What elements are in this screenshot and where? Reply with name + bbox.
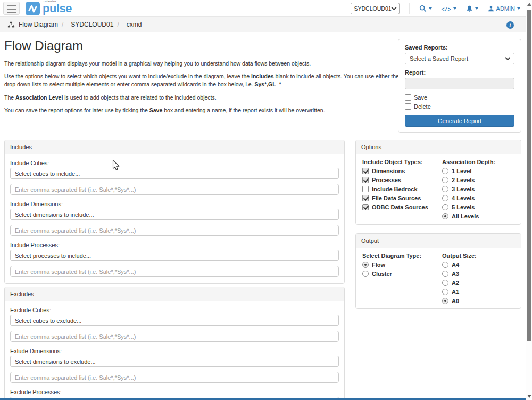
radio-a1[interactable]: A1 (442, 289, 514, 295)
hamburger-menu-button[interactable] (3, 2, 20, 15)
checkbox[interactable] (362, 168, 369, 174)
info-icon[interactable] (506, 21, 514, 29)
scrollbar-thumb[interactable] (527, 10, 531, 341)
include-cubes-select[interactable]: Select cubes to include... (10, 168, 339, 179)
breadcrumb: Flow Diagram / SYDCLOUD01 / cxmd (0, 17, 526, 32)
delete-checkbox[interactable] (405, 103, 411, 110)
exclude-dimensions-wildcard-input[interactable] (10, 372, 339, 383)
radio-5-levels[interactable]: 5 Levels (442, 204, 514, 210)
checkbox-file-data-sources[interactable]: File Data Sources (362, 195, 442, 201)
radio-flow[interactable]: Flow (362, 262, 442, 268)
exclude-cubes-wildcard-input[interactable] (10, 331, 339, 342)
radio-4-levels[interactable]: 4 Levels (442, 195, 514, 201)
excludes-panel: Excludes Exclude Cubes: Select cubes to … (4, 287, 345, 400)
radio[interactable] (442, 177, 448, 183)
admin-username: ADMIN (496, 5, 515, 12)
vertical-scrollbar[interactable] (526, 0, 532, 400)
include-dimensions-wildcard-input[interactable] (10, 225, 339, 236)
search-icon (419, 5, 427, 12)
radio[interactable] (362, 271, 369, 277)
radio[interactable] (442, 195, 448, 201)
radio[interactable] (442, 186, 448, 192)
save-checkbox[interactable] (405, 94, 411, 101)
radio-all-levels[interactable]: All Levels (442, 213, 514, 219)
breadcrumb-item-instance[interactable]: cxmd (127, 21, 142, 28)
exclude-cubes-select[interactable]: Select cubes to exclude... (10, 315, 339, 326)
sitemap-icon (7, 21, 15, 28)
caret-down-icon (453, 7, 456, 10)
include-dimensions-group: Include Dimensions: Select dimensions to… (10, 201, 339, 236)
saved-reports-label: Saved Reports: (405, 44, 514, 51)
include-cubes-wildcard-input[interactable] (10, 184, 339, 195)
breadcrumb-separator: / (62, 21, 63, 28)
page-title: Flow Diagram (4, 38, 401, 53)
exclude-dimensions-label: Exlude Dimensions: (10, 348, 339, 354)
exclude-dimensions-select[interactable]: Select dimensions to exclude... (10, 356, 339, 367)
radio[interactable] (362, 262, 369, 268)
radio[interactable] (442, 280, 448, 286)
top-header-bar: cubewise pulse SYDCLOUD01 (0, 0, 526, 17)
association-depth-label: Association Depth: (442, 159, 514, 165)
excludes-panel-title: Excludes (5, 287, 344, 301)
exclude-dimensions-group: Exlude Dimensions: Select dimensions to … (10, 348, 339, 383)
search-dropdown[interactable] (419, 5, 432, 12)
notifications-dropdown[interactable] (466, 5, 478, 12)
checkbox[interactable] (362, 204, 369, 210)
radio[interactable] (442, 204, 448, 210)
scrollbar-up-arrow-icon[interactable] (527, 3, 531, 6)
checkbox[interactable] (362, 195, 369, 201)
radio[interactable] (442, 213, 448, 219)
save-checkbox-row[interactable]: Save (405, 94, 514, 101)
include-processes-select[interactable]: Select processes to include... (10, 250, 339, 261)
server-select[interactable]: SYDCLOUD01 (351, 3, 400, 14)
save-checkbox-label: Save (414, 94, 427, 101)
delete-checkbox-row[interactable]: Delete (405, 103, 514, 110)
code-icon (442, 4, 451, 13)
code-dropdown[interactable] (442, 4, 456, 13)
top-navigation: SYDCLOUD01 (351, 0, 520, 17)
include-processes-wildcard-input[interactable] (10, 266, 339, 277)
radio[interactable] (442, 289, 448, 295)
checkbox-dimensions[interactable]: Dimensions (362, 168, 442, 174)
radio-a3[interactable]: A3 (442, 271, 514, 277)
radio-2-levels[interactable]: 2 Levels (442, 177, 514, 183)
checkbox[interactable] (362, 177, 369, 183)
generate-report-button[interactable]: Generate Report (405, 115, 514, 127)
include-object-types-column: Include Object Types: Dimensions Process… (362, 159, 442, 222)
radio[interactable] (442, 298, 448, 304)
saved-report-select[interactable]: Select a Saved Report (405, 53, 514, 64)
breadcrumb-item-flow-diagram[interactable]: Flow Diagram (19, 21, 58, 28)
intro-paragraph-4: You can save the report options for late… (4, 107, 401, 115)
intro-paragraph-2: Use the options below to select which ob… (4, 72, 401, 88)
radio-1-level[interactable]: 1 Level (442, 168, 514, 174)
radio[interactable] (442, 271, 448, 277)
breadcrumb-separator: / (117, 21, 119, 28)
radio[interactable] (442, 262, 448, 268)
brand-logo[interactable]: cubewise pulse (26, 1, 72, 16)
checkbox-processes[interactable]: Processes (362, 177, 442, 183)
radio-3-levels[interactable]: 3 Levels (442, 186, 514, 192)
output-size-label: Output Size: (442, 252, 514, 259)
association-depth-column: Association Depth: 1 Level 2 Levels 3 Le… (442, 159, 514, 222)
user-dropdown[interactable]: ADMIN (488, 5, 520, 12)
radio[interactable] (442, 168, 448, 174)
radio-a0[interactable]: A0 (442, 298, 514, 304)
include-dimensions-select[interactable]: Select dimensions to include... (10, 209, 339, 220)
radio-a2[interactable]: A2 (442, 280, 514, 286)
radio-cluster[interactable]: Cluster (362, 271, 442, 277)
checkbox-odbc-data-sources[interactable]: ODBC Data Sources (362, 204, 442, 210)
report-name-input[interactable] (405, 78, 514, 89)
checkbox-include-bedrock[interactable]: Include Bedrock (362, 186, 442, 192)
bell-icon (466, 5, 473, 12)
breadcrumb-item-server[interactable]: SYDCLOUD01 (71, 21, 113, 28)
server-select-value: SYDCLOUD01 (354, 5, 392, 12)
radio-a4[interactable]: A4 (442, 262, 514, 268)
saved-report-select-value: Select a Saved Report (410, 55, 468, 62)
flow-diagram-page: cubewise pulse SYDCLOUD01 (0, 0, 532, 400)
checkbox[interactable] (362, 186, 369, 192)
scrollbar-down-arrow-icon[interactable] (527, 395, 531, 398)
caret-down-icon (517, 7, 520, 10)
brand-superscript: cubewise (44, 0, 56, 3)
diagram-type-label: Select Diagram Type: (362, 252, 442, 259)
output-panel: Output Select Diagram Type: Flow Cluster… (355, 233, 521, 309)
